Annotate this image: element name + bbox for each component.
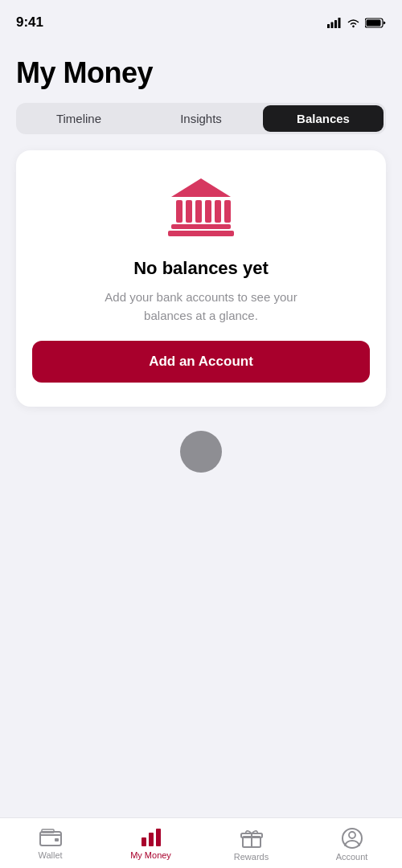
tab-timeline[interactable]: Timeline xyxy=(18,105,139,132)
wallet-icon xyxy=(39,828,62,847)
svg-rect-9 xyxy=(186,200,192,223)
nav-account[interactable]: Account xyxy=(302,828,402,862)
nav-rewards-label: Rewards xyxy=(234,852,269,862)
tab-balances[interactable]: Balances xyxy=(263,105,384,132)
svg-marker-7 xyxy=(171,178,231,197)
balances-card: No balances yet Add your bank accounts t… xyxy=(16,150,386,407)
bank-icon-container xyxy=(165,174,237,242)
signal-icon xyxy=(327,18,342,28)
add-account-button[interactable]: Add an Account xyxy=(32,341,370,383)
svg-rect-21 xyxy=(156,829,161,846)
svg-rect-13 xyxy=(224,200,231,223)
money-icon xyxy=(140,828,162,847)
bank-icon xyxy=(165,174,237,239)
loading-indicator xyxy=(180,431,222,473)
page-title-section: My Money xyxy=(0,40,402,103)
svg-point-4 xyxy=(352,25,354,27)
nav-wallet[interactable]: Wallet xyxy=(0,828,100,860)
svg-rect-14 xyxy=(171,224,231,229)
wifi-icon xyxy=(347,18,360,28)
svg-point-26 xyxy=(349,832,355,838)
empty-state-title: No balances yet xyxy=(133,258,269,279)
nav-rewards[interactable]: Rewards xyxy=(201,828,302,862)
tab-selector: Timeline Insights Balances xyxy=(16,103,386,134)
svg-rect-19 xyxy=(142,837,146,846)
status-bar: 9:41 xyxy=(0,0,402,40)
page-title: My Money xyxy=(16,56,386,90)
nav-money-label: My Money xyxy=(130,850,171,860)
bottom-nav: Wallet My Money Rewards xyxy=(0,817,402,868)
nav-account-label: Account xyxy=(336,852,368,862)
rewards-icon xyxy=(240,828,263,849)
nav-wallet-label: Wallet xyxy=(38,850,62,860)
tab-insights[interactable]: Insights xyxy=(141,105,261,132)
svg-rect-8 xyxy=(176,200,183,223)
svg-rect-15 xyxy=(168,231,234,236)
svg-rect-6 xyxy=(367,19,381,26)
svg-rect-20 xyxy=(149,833,154,846)
empty-state-subtitle: Add your bank accounts to see your balan… xyxy=(88,289,314,325)
svg-rect-10 xyxy=(195,200,202,223)
status-icons xyxy=(327,18,386,28)
svg-rect-3 xyxy=(338,18,341,28)
svg-rect-12 xyxy=(215,200,221,223)
account-icon xyxy=(342,828,363,849)
svg-rect-1 xyxy=(331,22,334,28)
svg-rect-11 xyxy=(205,200,211,223)
svg-rect-0 xyxy=(327,24,330,28)
status-time: 9:41 xyxy=(16,14,43,31)
svg-rect-18 xyxy=(55,838,59,841)
nav-my-money[interactable]: My Money xyxy=(100,828,201,860)
battery-icon xyxy=(365,18,386,28)
svg-rect-2 xyxy=(334,20,337,28)
